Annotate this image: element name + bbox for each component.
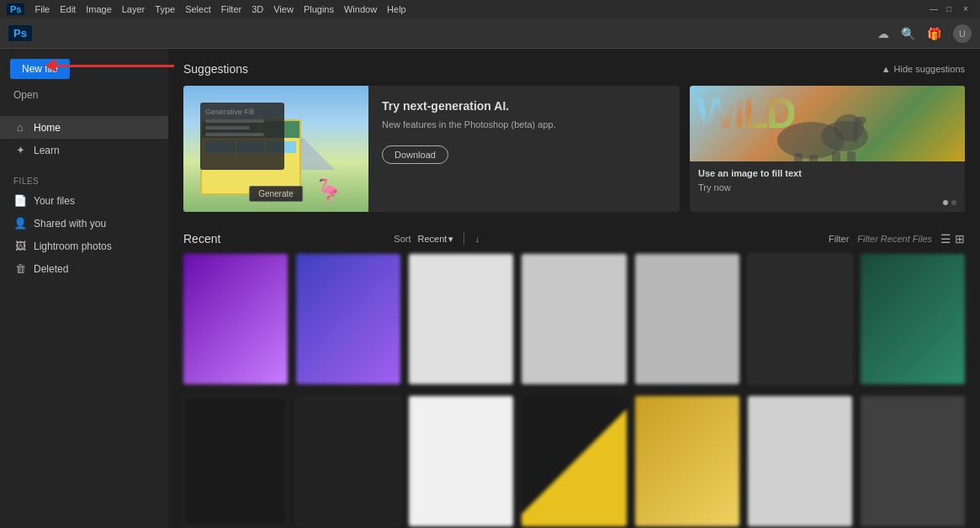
deleted-label: Deleted bbox=[34, 263, 68, 275]
grid-view-icon[interactable]: ⊞ bbox=[955, 232, 965, 246]
cloud-icon[interactable]: ☁ bbox=[877, 27, 889, 40]
file-thumb-14 bbox=[861, 396, 965, 526]
svg-rect-7 bbox=[847, 151, 856, 161]
file-item-7[interactable] bbox=[861, 254, 965, 388]
menu-layer[interactable]: Layer bbox=[122, 4, 146, 14]
suggestions-header: Suggestions ▲ Hide suggestions bbox=[183, 62, 965, 76]
file-item-5[interactable] bbox=[635, 254, 739, 388]
suggestion-ai-text: Try next-generation AI. New features in … bbox=[368, 86, 680, 212]
file-thumb-6 bbox=[748, 254, 852, 384]
shared-label: Shared with you bbox=[34, 218, 106, 230]
maximize-button[interactable]: □ bbox=[946, 4, 956, 14]
suggestion-fill-body: Use an image to fill text Try now bbox=[690, 161, 965, 200]
sort-divider bbox=[464, 233, 464, 245]
arrow-head bbox=[45, 59, 56, 72]
app-header-right[interactable]: ☁ 🔍 🎁 U bbox=[877, 24, 972, 43]
file-item-3[interactable] bbox=[409, 254, 513, 388]
file-thumb-12 bbox=[635, 396, 739, 526]
ps-logo-menu[interactable]: Ps bbox=[7, 4, 24, 14]
lightroom-icon: 🖼 bbox=[13, 240, 27, 252]
sort-order-icon[interactable]: ↓ bbox=[474, 234, 479, 244]
file-item-2[interactable] bbox=[296, 254, 400, 388]
file-item-9[interactable] bbox=[296, 396, 400, 528]
suggestion-fill-title: Use an image to fill text bbox=[698, 168, 956, 178]
menu-3d[interactable]: 3D bbox=[252, 4, 263, 14]
file-thumb-9 bbox=[296, 396, 400, 526]
lightroom-label: Lightroom photos bbox=[34, 240, 112, 252]
open-button[interactable]: Open bbox=[0, 86, 168, 104]
menu-filter[interactable]: Filter bbox=[221, 4, 241, 14]
sidebar-item-shared[interactable]: 👤 Shared with you bbox=[0, 212, 168, 235]
recent-title: Recent bbox=[183, 232, 220, 246]
menu-window[interactable]: Window bbox=[344, 4, 377, 14]
file-item-1[interactable] bbox=[183, 254, 288, 388]
sidebar-item-lightroom[interactable]: 🖼 Lightroom photos bbox=[0, 235, 168, 257]
close-button[interactable]: × bbox=[963, 4, 973, 14]
sidebar: New file Open ⌂ Home ✦ Learn FILES 📄 You… bbox=[0, 49, 168, 528]
file-thumb-1 bbox=[183, 254, 288, 384]
suggestion-ai-description: New features in the Photoshop (beta) app… bbox=[382, 118, 666, 132]
nav-section: ⌂ Home ✦ Learn bbox=[0, 116, 168, 161]
menu-edit[interactable]: Edit bbox=[60, 4, 76, 14]
sidebar-item-learn[interactable]: ✦ Learn bbox=[0, 139, 168, 161]
file-thumb-2 bbox=[296, 254, 400, 384]
file-item-11[interactable] bbox=[522, 396, 626, 528]
sidebar-item-your-files[interactable]: 📄 Your files bbox=[0, 189, 168, 212]
window-controls[interactable]: — □ × bbox=[930, 4, 973, 14]
menu-file[interactable]: File bbox=[34, 4, 50, 14]
minimize-button[interactable]: — bbox=[930, 4, 940, 14]
menu-plugins[interactable]: Plugins bbox=[304, 4, 334, 14]
menu-help[interactable]: Help bbox=[387, 4, 406, 14]
file-item-4[interactable] bbox=[522, 254, 626, 388]
file-item-6[interactable] bbox=[748, 254, 852, 388]
main-content: Suggestions ▲ Hide suggestions bbox=[168, 49, 980, 528]
sidebar-item-deleted[interactable]: 🗑 Deleted bbox=[0, 257, 168, 280]
svg-rect-10 bbox=[853, 126, 857, 143]
menu-bar[interactable]: Ps File Edit Image Layer Type Select Fil… bbox=[7, 4, 406, 14]
list-view-icon[interactable]: ☰ bbox=[940, 232, 951, 246]
file-item-10[interactable] bbox=[409, 396, 513, 528]
generate-button-overlay: Generate bbox=[249, 186, 303, 202]
download-button[interactable]: Download bbox=[382, 145, 448, 164]
generate-card-overlay: Generative Fill bbox=[200, 103, 284, 170]
sidebar-item-home[interactable]: ⌂ Home bbox=[0, 116, 168, 139]
deleted-icon: 🗑 bbox=[13, 262, 27, 275]
recent-header: Recent Sort Recent ▾ ↓ Filter Filter Rec… bbox=[183, 232, 965, 246]
file-item-14[interactable] bbox=[861, 396, 965, 528]
menu-view[interactable]: View bbox=[273, 4, 294, 14]
try-now-link[interactable]: Try now bbox=[698, 182, 731, 193]
app-header: Ps ☁ 🔍 🎁 U bbox=[0, 18, 980, 49]
svg-rect-5 bbox=[809, 155, 818, 161]
user-avatar[interactable]: U bbox=[953, 24, 972, 43]
sort-dropdown[interactable]: Recent ▾ bbox=[418, 234, 454, 245]
filter-value[interactable]: Filter Recent Files bbox=[857, 234, 932, 244]
dots-indicator bbox=[943, 200, 956, 205]
home-icon: ⌂ bbox=[13, 121, 27, 134]
menu-image[interactable]: Image bbox=[86, 4, 112, 14]
file-thumb-11 bbox=[522, 396, 626, 526]
ps-app-logo: Ps bbox=[8, 25, 32, 41]
suggestion-fill-image: WILD bbox=[690, 86, 965, 161]
flamingo-decoration: 🦩 bbox=[314, 177, 343, 205]
menu-select[interactable]: Select bbox=[185, 4, 211, 14]
arrow-line bbox=[56, 65, 174, 67]
filter-label: Filter bbox=[829, 234, 849, 244]
file-thumb-4 bbox=[522, 254, 626, 384]
file-item-8[interactable] bbox=[183, 396, 288, 528]
file-thumb-8 bbox=[183, 396, 288, 526]
hide-suggestions-button[interactable]: ▲ Hide suggestions bbox=[882, 64, 965, 74]
menu-type[interactable]: Type bbox=[155, 4, 175, 14]
gift-icon[interactable]: 🎁 bbox=[927, 27, 941, 40]
file-item-12[interactable] bbox=[635, 396, 739, 528]
suggestion-card-ai: Generative Fill Generate 🦩 Try next-gene… bbox=[183, 86, 680, 212]
recent-controls-right: Filter Filter Recent Files ☰ ⊞ bbox=[829, 232, 965, 246]
sort-value: Recent bbox=[418, 234, 448, 244]
file-thumb-13 bbox=[748, 396, 852, 526]
sidebar-item-home-label: Home bbox=[34, 122, 61, 134]
learn-icon: ✦ bbox=[13, 144, 27, 156]
file-item-13[interactable] bbox=[748, 396, 852, 528]
view-icons: ☰ ⊞ bbox=[940, 232, 965, 246]
search-icon[interactable]: 🔍 bbox=[901, 27, 915, 40]
file-grid bbox=[183, 254, 965, 528]
suggestion-card-fill: WILD Use an image to fill text Try now bbox=[690, 86, 965, 212]
